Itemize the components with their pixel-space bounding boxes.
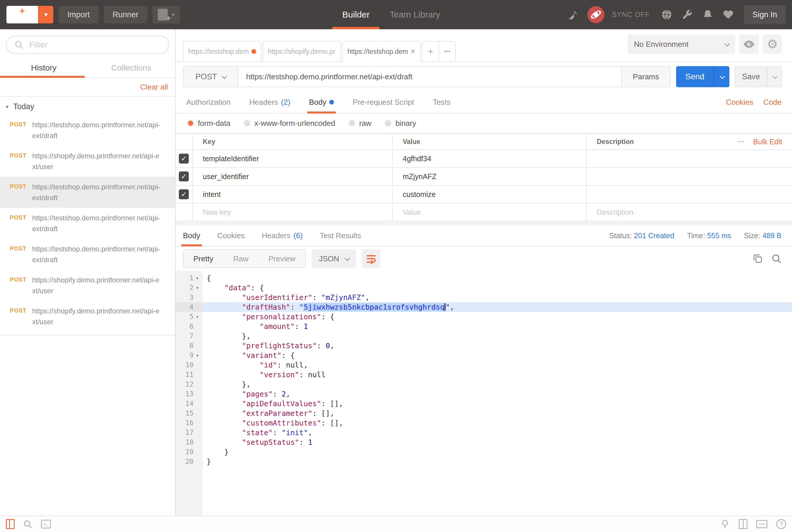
tab-authorization[interactable]: Authorization bbox=[186, 91, 231, 113]
two-pane-layout-button[interactable] bbox=[739, 519, 748, 529]
method-select[interactable]: POST bbox=[184, 67, 239, 87]
tips-button[interactable] bbox=[720, 519, 730, 529]
help-button[interactable]: ? bbox=[776, 519, 786, 529]
new-button[interactable]: + New ▾ bbox=[6, 6, 53, 23]
tab-prerequest-script[interactable]: Pre-request Script bbox=[353, 91, 414, 113]
table-options-icon[interactable]: ••• bbox=[737, 139, 744, 145]
row-checkbox-checked[interactable]: ✓ bbox=[179, 189, 189, 199]
tab-body[interactable]: Body bbox=[309, 91, 334, 113]
send-dropdown-button[interactable] bbox=[714, 66, 729, 87]
mode-x-www-form-urlencoded[interactable]: x-www-form-urlencoded bbox=[244, 119, 335, 128]
close-icon[interactable]: × bbox=[411, 47, 415, 56]
row-checkbox-checked[interactable]: ✓ bbox=[179, 171, 189, 182]
history-item[interactable]: POST https://shopify.demo.printformer.ne… bbox=[0, 146, 175, 177]
add-tab-button[interactable]: + bbox=[422, 41, 439, 61]
response-tab-headers[interactable]: Headers (6) bbox=[262, 225, 303, 246]
save-button[interactable]: Save bbox=[735, 66, 782, 87]
code-content: "variant": { bbox=[203, 350, 792, 360]
wrap-text-button[interactable] bbox=[362, 249, 380, 268]
key-cell[interactable]: user_identifier bbox=[193, 168, 392, 185]
import-button[interactable]: Import bbox=[59, 6, 99, 23]
description-cell[interactable] bbox=[587, 150, 792, 167]
keyboard-shortcuts-button[interactable] bbox=[756, 520, 768, 528]
copy-response-button[interactable] bbox=[752, 253, 763, 264]
key-cell[interactable]: intent bbox=[193, 186, 392, 203]
environment-select[interactable]: No Environment bbox=[627, 35, 735, 54]
filter-input[interactable] bbox=[6, 36, 169, 54]
nav-tab-team-library[interactable]: Team Library bbox=[380, 0, 450, 29]
new-value-cell[interactable]: Value bbox=[393, 204, 586, 221]
mode-form-data[interactable]: form-data bbox=[187, 119, 230, 128]
history-item[interactable]: POST https://testshop.demo.printformer.n… bbox=[0, 239, 175, 270]
format-select[interactable]: JSON bbox=[312, 249, 356, 268]
clear-all-link[interactable]: Clear all bbox=[140, 82, 168, 92]
fold-arrow-icon[interactable]: ▾ bbox=[194, 273, 200, 283]
code-content: "id": null, bbox=[203, 360, 792, 370]
heart-icon[interactable] bbox=[722, 8, 735, 21]
fold-arrow-icon[interactable]: ▾ bbox=[194, 350, 200, 360]
new-window-button[interactable]: + ▾ bbox=[152, 6, 180, 23]
description-cell[interactable] bbox=[587, 168, 792, 185]
nav-tab-builder[interactable]: Builder bbox=[332, 0, 379, 29]
response-tab-body[interactable]: Body bbox=[183, 225, 200, 246]
key-cell[interactable]: templateIdentifier bbox=[193, 150, 392, 167]
save-dropdown-button[interactable] bbox=[767, 67, 781, 87]
row-checkbox-checked[interactable]: ✓ bbox=[179, 154, 189, 164]
params-button[interactable]: Params bbox=[621, 67, 670, 87]
request-tab-active[interactable]: https://testshop.demo × bbox=[342, 41, 420, 62]
sidebar-tab-history[interactable]: History bbox=[0, 59, 88, 77]
wrench-icon[interactable] bbox=[681, 8, 694, 21]
value-cell[interactable]: 4gfhdf34 bbox=[393, 150, 586, 167]
history-item[interactable]: POST https://shopify.demo.printformer.ne… bbox=[0, 270, 175, 301]
fold-arrow-icon[interactable]: ▾ bbox=[194, 283, 200, 292]
sign-in-button[interactable]: Sign In bbox=[744, 5, 786, 24]
view-pretty-button[interactable]: Pretty bbox=[184, 250, 223, 267]
line-gutter[interactable]: 2▾ bbox=[176, 283, 203, 292]
runner-button[interactable]: Runner bbox=[104, 6, 148, 23]
new-description-cell[interactable]: Description bbox=[587, 204, 792, 221]
request-tab[interactable]: https://testshop.demo bbox=[183, 41, 261, 62]
value-cell[interactable]: customize bbox=[393, 186, 586, 203]
description-cell[interactable] bbox=[587, 186, 792, 203]
view-raw-button[interactable]: Raw bbox=[223, 250, 259, 267]
globe-icon[interactable] bbox=[660, 8, 673, 21]
value-cell[interactable]: mZjynAFZ bbox=[393, 168, 586, 185]
cookies-link[interactable]: Cookies bbox=[726, 98, 753, 107]
fold-arrow-icon[interactable]: ▾ bbox=[194, 312, 200, 322]
code-link[interactable]: Code bbox=[763, 98, 781, 107]
caret-down-icon: ▾ bbox=[44, 11, 48, 18]
proxy-satellite-icon[interactable] bbox=[567, 8, 580, 21]
search-response-button[interactable] bbox=[771, 253, 782, 264]
response-tab-cookies[interactable]: Cookies bbox=[217, 225, 245, 246]
mode-binary[interactable]: binary bbox=[385, 119, 416, 128]
line-gutter[interactable]: 9▾ bbox=[176, 350, 203, 360]
view-preview-button[interactable]: Preview bbox=[259, 250, 305, 267]
request-tab[interactable]: https://shopify.demo.printfo bbox=[263, 41, 341, 62]
global-search-button[interactable] bbox=[23, 519, 33, 529]
history-item[interactable]: POST https://shopify.demo.printformer.ne… bbox=[0, 301, 175, 332]
new-key-cell[interactable]: New key bbox=[193, 204, 392, 221]
history-group-today[interactable]: ▾ Today bbox=[0, 97, 175, 115]
mode-raw[interactable]: raw bbox=[348, 119, 372, 128]
tab-headers[interactable]: Headers (2) bbox=[249, 91, 290, 113]
history-item-selected[interactable]: POST https://testshop.demo.printformer.n… bbox=[0, 177, 175, 208]
line-gutter[interactable]: 5▾ bbox=[176, 312, 203, 322]
interceptor-icon[interactable] bbox=[587, 6, 604, 23]
environment-quicklook-button[interactable] bbox=[739, 35, 759, 54]
notifications-bell-icon[interactable] bbox=[701, 8, 714, 21]
console-button[interactable]: >_ bbox=[41, 520, 51, 529]
response-tab-test-results[interactable]: Test Results bbox=[320, 225, 361, 246]
environment-settings-button[interactable]: ⚙ bbox=[763, 35, 782, 54]
tab-tests[interactable]: Tests bbox=[433, 91, 451, 113]
toggle-sidebar-button[interactable] bbox=[6, 519, 15, 529]
response-body-editor[interactable]: 1▾{2▾ "data": {3 "userIdentifier": "mZjy… bbox=[176, 271, 792, 516]
history-item[interactable]: POST https://testshop.demo.printformer.n… bbox=[0, 208, 175, 239]
line-gutter[interactable]: 1▾ bbox=[176, 273, 203, 283]
url-input[interactable] bbox=[239, 67, 621, 87]
bulk-edit-link[interactable]: Bulk Edit bbox=[753, 137, 782, 146]
send-button[interactable]: Send bbox=[676, 66, 729, 87]
sidebar-tab-collections[interactable]: Collections bbox=[88, 59, 175, 77]
history-item[interactable]: POST https://testshop.demo.printformer.n… bbox=[0, 115, 175, 146]
tab-overflow-button[interactable]: ••• bbox=[439, 41, 455, 61]
new-dropdown-button[interactable]: ▾ bbox=[38, 6, 53, 23]
